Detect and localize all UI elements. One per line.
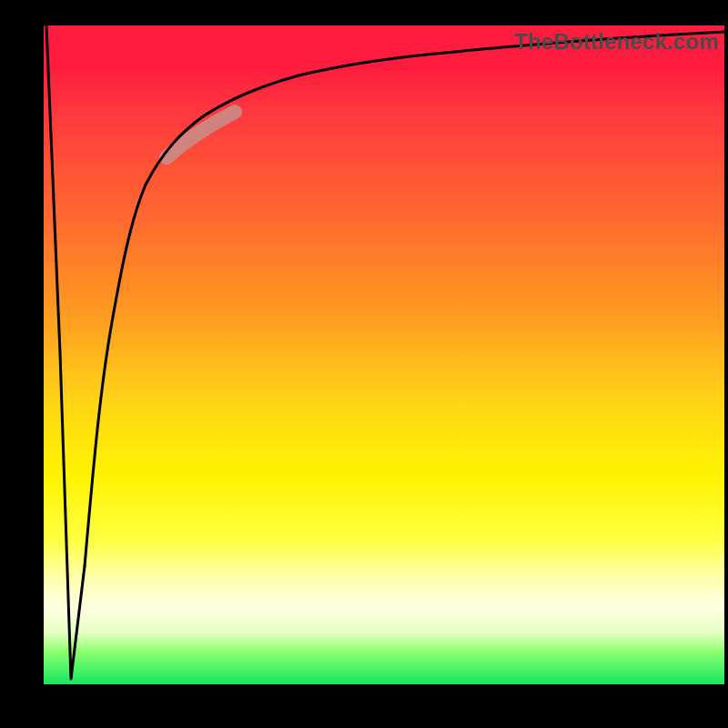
chart-lines [44, 25, 724, 684]
main-curve [85, 32, 724, 566]
spike-line [46, 25, 85, 679]
plot-area: TheBottleneck.com [44, 25, 724, 684]
watermark-text: TheBottleneck.com [514, 29, 719, 55]
